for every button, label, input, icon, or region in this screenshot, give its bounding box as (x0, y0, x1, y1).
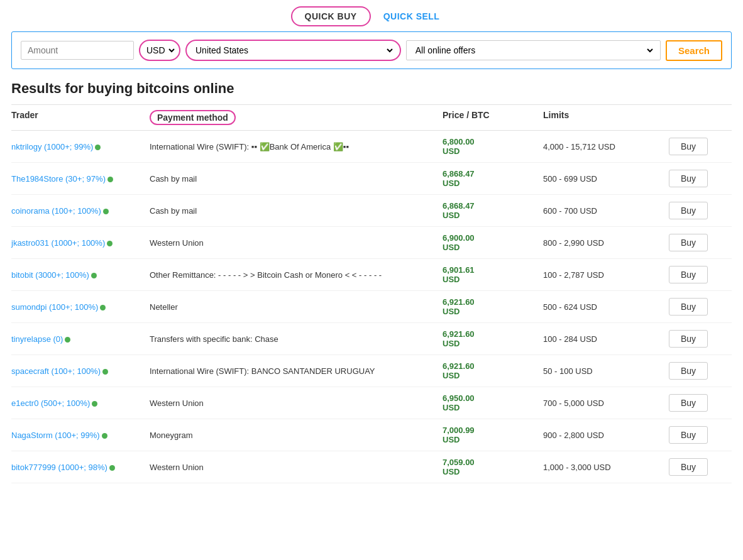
quick-sell-tab[interactable]: QUICK SELL (371, 6, 453, 26)
payment-cell: Cash by mail (150, 174, 443, 184)
payment-cell: Western Union (150, 238, 443, 248)
offers-select[interactable]: All online offers Bank Transfer Western … (412, 42, 655, 58)
trader-link[interactable]: spacecraft (100+; 100%) (11, 366, 101, 376)
table-row: jkastro031 (1000+; 100%)Western Union6,9… (11, 227, 732, 259)
trader-cell: The1984Store (30+; 97%) (11, 173, 150, 184)
online-dot (103, 209, 109, 214)
buy-cell: Buy (669, 202, 732, 219)
buy-cell: Buy (669, 266, 732, 283)
online-dot (100, 305, 106, 310)
table-row: sumondpi (100+; 100%)Neteller6,921.60USD… (11, 291, 732, 323)
price-cell: 6,901.61USD (443, 265, 543, 284)
price-cell: 7,000.99USD (443, 425, 543, 444)
header-action (669, 110, 732, 125)
trader-cell: bitobit (3000+; 100%) (11, 270, 150, 280)
quick-buy-tab[interactable]: QUICK BUY (291, 6, 371, 26)
payment-cell: Western Union (150, 463, 443, 472)
buy-button[interactable]: Buy (669, 202, 708, 219)
search-button[interactable]: Search (666, 40, 722, 61)
payment-cell: Neteller (150, 302, 443, 312)
table-row: spacecraft (100+; 100%)International Wir… (11, 355, 732, 387)
limits-cell: 500 - 624 USD (543, 302, 669, 312)
table-row: nktrilogy (1000+; 99%)International Wire… (11, 131, 732, 163)
tabs-bar: QUICK BUY QUICK SELL (0, 0, 743, 26)
table-row: e1ectr0 (500+; 100%)Western Union6,950.0… (11, 387, 732, 419)
trader-cell: jkastro031 (1000+; 100%) (11, 238, 150, 248)
buy-button[interactable]: Buy (669, 170, 708, 187)
online-dot (102, 369, 108, 375)
trader-cell: e1ectr0 (500+; 100%) (11, 398, 150, 408)
buy-cell: Buy (669, 330, 732, 348)
trader-cell: NagaStorm (100+; 99%) (11, 430, 150, 440)
limits-cell: 4,000 - 15,712 USD (543, 142, 669, 151)
buy-button[interactable]: Buy (669, 138, 708, 155)
payment-cell: Transfers with specific bank: Chase (150, 334, 443, 344)
payment-cell: Other Remittance: - - - - - > > Bitcoin … (150, 270, 443, 280)
trader-cell: bitok777999 (1000+; 98%) (11, 462, 150, 472)
trader-cell: coinorama (100+; 100%) (11, 206, 150, 216)
buy-button[interactable]: Buy (669, 426, 708, 444)
table-header: Trader Payment method Price / BTC Limits (11, 105, 732, 131)
trader-link[interactable]: e1ectr0 (500+; 100%) (11, 398, 90, 408)
search-bar: USD EUR GBP United States United Kingdom… (11, 31, 732, 69)
limits-cell: 700 - 5,000 USD (543, 398, 669, 408)
price-cell: 6,900.00USD (443, 233, 543, 252)
payment-cell: International Wire (SWIFT): ▪▪ ✅Bank Of … (150, 142, 443, 151)
header-limits: Limits (543, 110, 669, 125)
buy-button[interactable]: Buy (669, 394, 708, 412)
trader-link[interactable]: bitobit (3000+; 100%) (11, 270, 89, 280)
trader-link[interactable]: tinyrelapse (0) (11, 334, 63, 344)
trader-link[interactable]: coinorama (100+; 100%) (11, 206, 101, 216)
currency-select[interactable]: USD EUR GBP (143, 42, 177, 58)
price-cell: 6,950.00USD (443, 393, 543, 412)
buy-button[interactable]: Buy (669, 362, 708, 380)
limits-cell: 600 - 700 USD (543, 206, 669, 216)
buy-cell: Buy (669, 458, 732, 476)
buy-cell: Buy (669, 138, 732, 155)
price-cell: 6,868.47USD (443, 201, 543, 220)
limits-cell: 100 - 2,787 USD (543, 270, 669, 280)
table-row: coinorama (100+; 100%)Cash by mail6,868.… (11, 195, 732, 227)
trader-cell: tinyrelapse (0) (11, 334, 150, 344)
trader-link[interactable]: sumondpi (100+; 100%) (11, 302, 98, 312)
online-dot (91, 273, 97, 278)
table-row: tinyrelapse (0)Transfers with specific b… (11, 323, 732, 355)
buy-button[interactable]: Buy (669, 330, 708, 348)
buy-button[interactable]: Buy (669, 298, 708, 316)
price-cell: 6,921.60USD (443, 361, 543, 380)
online-dot (107, 177, 113, 182)
buy-cell: Buy (669, 362, 732, 380)
price-cell: 6,921.60USD (443, 329, 543, 348)
limits-cell: 800 - 2,990 USD (543, 238, 669, 248)
price-cell: 6,921.60USD (443, 297, 543, 316)
buy-cell: Buy (669, 298, 732, 316)
limits-cell: 50 - 100 USD (543, 366, 669, 376)
buy-button[interactable]: Buy (669, 234, 708, 251)
table-row: NagaStorm (100+; 99%)Moneygram7,000.99US… (11, 419, 732, 451)
table-row: bitok777999 (1000+; 98%)Western Union7,0… (11, 451, 732, 483)
buy-button[interactable]: Buy (669, 458, 708, 476)
payment-cell: Cash by mail (150, 206, 443, 216)
trader-cell: spacecraft (100+; 100%) (11, 366, 150, 376)
price-cell: 6,868.47USD (443, 169, 543, 188)
trader-link[interactable]: bitok777999 (1000+; 98%) (11, 463, 107, 472)
online-dot (102, 433, 107, 439)
payment-cell: Moneygram (150, 431, 443, 440)
limits-cell: 100 - 284 USD (543, 334, 669, 344)
trader-link[interactable]: NagaStorm (100+; 99%) (11, 431, 100, 440)
header-trader: Trader (11, 110, 150, 125)
table-row: bitobit (3000+; 100%)Other Remittance: -… (11, 259, 732, 291)
header-payment: Payment method (150, 110, 443, 125)
country-select[interactable]: United States United Kingdom Canada Aust… (192, 42, 395, 58)
trader-link[interactable]: jkastro031 (1000+; 100%) (11, 238, 105, 248)
payment-method-label: Payment method (150, 110, 236, 125)
amount-input[interactable] (21, 41, 134, 60)
trader-link[interactable]: nktrilogy (1000+; 99%) (11, 142, 93, 151)
buy-button[interactable]: Buy (669, 266, 708, 283)
trader-link[interactable]: The1984Store (30+; 97%) (11, 174, 106, 184)
online-dot (95, 145, 101, 150)
limits-cell: 900 - 2,800 USD (543, 431, 669, 440)
online-dot (92, 401, 97, 407)
payment-cell: International Wire (SWIFT): BANCO SANTAN… (150, 366, 443, 376)
results-title: Results for buying bitcoins online (11, 80, 732, 97)
